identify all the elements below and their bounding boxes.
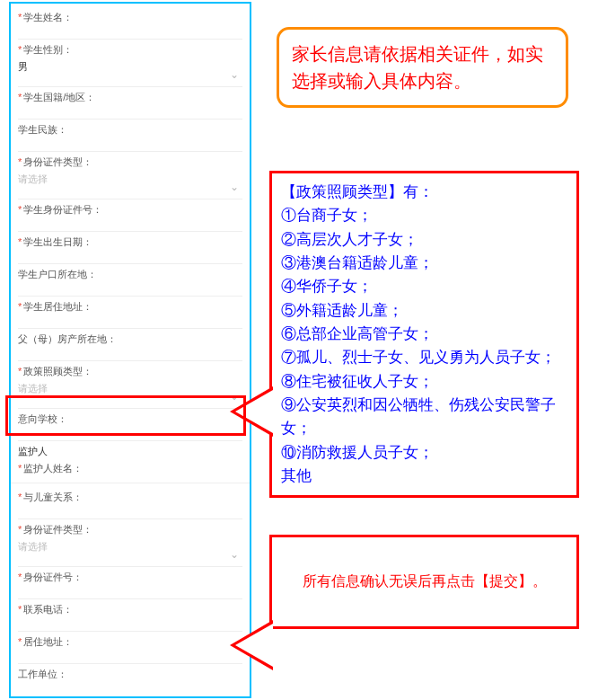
- field-guardian-address[interactable]: *居住地址：: [18, 632, 242, 664]
- callout-arrow-fill: [235, 624, 273, 667]
- value: 请选择: [18, 380, 48, 395]
- label: 与儿童关系：: [23, 492, 83, 502]
- callout-policy-types: 【政策照顾类型】有： ①台商子女； ②高层次人才子女； ③港澳台籍适龄儿童； ④…: [269, 171, 579, 498]
- policy-item: ③港澳台籍适龄儿童；: [281, 252, 567, 275]
- label: 意向学校：: [18, 413, 67, 424]
- field-guardian-id-type[interactable]: *身份证件类型： 请选择 ⌄: [18, 519, 242, 567]
- callout-parent-info: 家长信息请依据相关证件，如实选择或输入具体内容。: [277, 27, 568, 108]
- label: 学生姓名：: [23, 12, 73, 22]
- label: 学生身份证件号：: [23, 204, 102, 215]
- field-student-name[interactable]: *学生姓名：: [18, 7, 242, 40]
- policy-item: ④华侨子女；: [281, 275, 567, 298]
- label: 学生出生日期：: [23, 236, 92, 247]
- callout-arrow-fill: [235, 390, 273, 433]
- policy-title: 【政策照顾类型】有：: [281, 181, 567, 204]
- field-relation[interactable]: *与儿童关系：: [18, 487, 242, 519]
- label: 工作单位：: [18, 669, 67, 679]
- label: 学生性别：: [23, 44, 73, 55]
- value: 请选择: [18, 538, 48, 554]
- field-phone[interactable]: *联系电话：: [18, 599, 242, 632]
- chevron-down-icon: ⌄: [230, 68, 239, 81]
- field-property[interactable]: 父（母）房产所在地：: [18, 329, 242, 361]
- label: 身份证件号：: [23, 572, 83, 582]
- chevron-down-icon: ⌄: [230, 181, 239, 193]
- policy-item: ⑩消防救援人员子女；: [281, 441, 567, 465]
- label: 居住地址：: [23, 636, 73, 647]
- field-guardian-id-number[interactable]: *身份证件号：: [18, 567, 242, 599]
- field-policy-type[interactable]: *政策照顾类型： 请选择 ⌄: [18, 361, 242, 409]
- field-work-unit[interactable]: 工作单位：: [18, 664, 242, 696]
- field-residence[interactable]: *学生居住地址：: [18, 297, 242, 329]
- callout-text: 家长信息请依据相关证件，如实选择或输入具体内容。: [292, 44, 543, 91]
- form-panel: *学生姓名： *学生性别： 男 ⌄ *学生国籍/地区： 学生民族： *身份证件类…: [9, 2, 251, 698]
- guardian-name-field[interactable]: *监护人姓名：: [11, 458, 250, 483]
- field-id-number[interactable]: *学生身份证件号：: [18, 199, 242, 232]
- field-hukou[interactable]: 学生户口所在地：: [18, 264, 242, 297]
- callout-submit-reminder: 所有信息确认无误后再点击【提交】。: [269, 535, 579, 629]
- policy-item: ⑥总部企业高管子女；: [281, 323, 567, 346]
- policy-item: 其他: [281, 465, 567, 488]
- form-fields-bottom: *与儿童关系： *身份证件类型： 请选择 ⌄ *身份证件号： *联系电话： *居…: [11, 483, 250, 696]
- field-ethnicity[interactable]: 学生民族：: [18, 120, 242, 152]
- field-student-gender[interactable]: *学生性别： 男 ⌄: [18, 40, 242, 87]
- policy-item: ⑤外籍适龄儿童；: [281, 299, 567, 323]
- policy-item: ⑧住宅被征收人子女；: [281, 370, 567, 394]
- label: 父（母）房产所在地：: [18, 333, 117, 344]
- policy-item: ①台商子女；: [281, 204, 567, 227]
- form-fields-top: *学生姓名： *学生性别： 男 ⌄ *学生国籍/地区： 学生民族： *身份证件类…: [11, 4, 250, 441]
- value: 男: [18, 58, 28, 74]
- field-id-type[interactable]: *身份证件类型： 请选择 ⌄: [18, 152, 242, 199]
- field-birth-date[interactable]: *学生出生日期：: [18, 232, 242, 264]
- callout-text: 所有信息确认无误后再点击【提交】。: [303, 572, 547, 591]
- label: 监护人姓名：: [23, 463, 83, 474]
- label: 学生居住地址：: [23, 301, 92, 312]
- required-mark: *: [18, 12, 22, 22]
- field-school[interactable]: 意向学校：: [18, 409, 242, 441]
- label: 身份证件类型：: [23, 524, 92, 535]
- label: 身份证件类型：: [23, 156, 92, 167]
- policy-item: ②高层次人才子女；: [281, 228, 567, 252]
- value: 请选择: [18, 171, 48, 186]
- label: 学生国籍/地区：: [23, 92, 95, 102]
- policy-item: ⑨公安英烈和因公牺牲、伤残公安民警子女；: [281, 394, 567, 441]
- policy-item: ⑦孤儿、烈士子女、见义勇为人员子女；: [281, 346, 567, 369]
- label: 联系电话：: [23, 604, 73, 615]
- label: 学生户口所在地：: [18, 269, 97, 279]
- label: 学生民族：: [18, 124, 67, 135]
- label: 政策照顾类型：: [23, 366, 92, 377]
- chevron-down-icon: ⌄: [230, 548, 239, 561]
- guardian-section-title: 监护人: [11, 441, 250, 458]
- field-nationality[interactable]: *学生国籍/地区：: [18, 87, 242, 120]
